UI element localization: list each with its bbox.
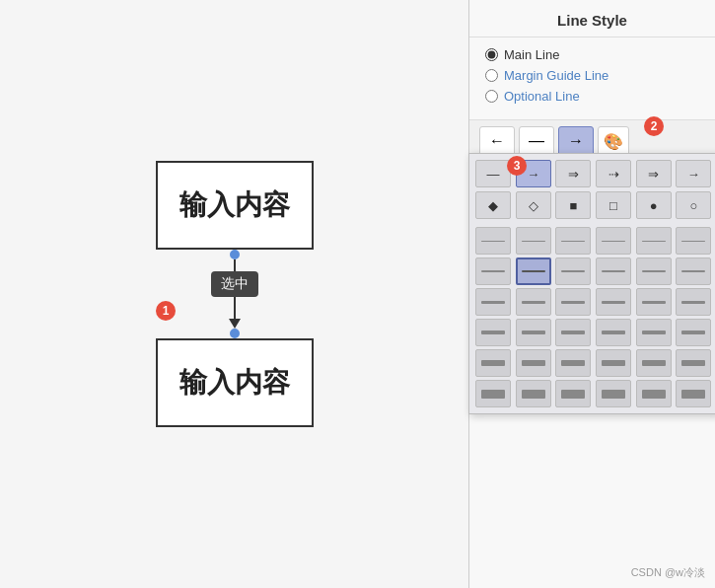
- thick-cell[interactable]: [596, 288, 631, 316]
- thick-cell[interactable]: [676, 349, 711, 377]
- thick-cell[interactable]: [636, 349, 672, 377]
- arrow-double-right[interactable]: ⇒: [636, 160, 672, 187]
- thick-cell[interactable]: [475, 257, 511, 285]
- arrow-circle-fill[interactable]: ●: [636, 191, 672, 219]
- arrow-open-right[interactable]: ⇒: [555, 160, 591, 187]
- thick-cell[interactable]: [555, 349, 591, 377]
- arrow-down-icon: [229, 319, 241, 329]
- thick-cell[interactable]: [475, 349, 511, 377]
- thick-cell[interactable]: [676, 288, 711, 316]
- thick-cell[interactable]: [636, 257, 672, 285]
- thick-cell[interactable]: [475, 227, 511, 255]
- bottom-box[interactable]: 输入内容: [156, 338, 314, 427]
- top-box-text: 输入内容: [179, 186, 290, 224]
- badge-2: 2: [644, 116, 664, 136]
- watermark: CSDN @w冷淡: [631, 565, 705, 580]
- arrow-dashed-right[interactable]: ⇢: [596, 160, 631, 187]
- arrow-style-grid-2: ◆ ◇ ■ □ ● ○: [475, 191, 713, 219]
- tooltip-text: 选中: [221, 275, 249, 293]
- thick-cell[interactable]: [555, 319, 591, 346]
- canvas-area: 输入内容 选中 输入内容 1: [0, 0, 468, 588]
- color-btn[interactable]: 🎨: [598, 126, 629, 156]
- thick-cell[interactable]: [636, 380, 672, 407]
- badge-3: 3: [507, 156, 527, 176]
- thick-cell[interactable]: [596, 257, 631, 285]
- arrow-square-fill[interactable]: ■: [555, 191, 591, 219]
- thick-cell[interactable]: [636, 227, 672, 255]
- arrow-left-btn[interactable]: ←: [479, 126, 515, 156]
- thick-cell[interactable]: [555, 380, 591, 407]
- thick-cell[interactable]: [516, 380, 551, 407]
- arrow-thin-right[interactable]: →: [676, 160, 711, 187]
- arrow-none[interactable]: —: [475, 160, 511, 187]
- thick-cell[interactable]: [516, 319, 551, 346]
- thick-cell[interactable]: [676, 380, 711, 407]
- thick-cell[interactable]: [516, 288, 551, 316]
- arrow-dash-btn[interactable]: —: [519, 126, 554, 156]
- top-dot: [230, 250, 240, 259]
- arrow-square-open[interactable]: □: [596, 191, 631, 219]
- radio-main-line[interactable]: Main Line: [485, 47, 699, 62]
- bottom-box-text: 输入内容: [179, 364, 290, 402]
- thick-cell[interactable]: [676, 257, 711, 285]
- arrow-diamond-open[interactable]: ◇: [516, 191, 551, 219]
- arrow-dropdown: 3 — → ⇒ ⇢ ⇒ → ◆ ◇ ■ □ ● ○: [468, 153, 715, 414]
- thick-cell[interactable]: [475, 319, 511, 346]
- thick-cell-selected[interactable]: [516, 257, 551, 285]
- arrow-right-btn[interactable]: →: [558, 126, 594, 156]
- thick-cell[interactable]: [596, 380, 631, 407]
- thick-cell[interactable]: [636, 319, 672, 346]
- arrow-diamond-fill[interactable]: ◆: [475, 191, 511, 219]
- thick-cell[interactable]: [596, 349, 631, 377]
- arrow-circle-open[interactable]: ○: [676, 191, 711, 219]
- diagram-container: 输入内容 选中 输入内容: [156, 161, 314, 427]
- thick-cell[interactable]: [596, 319, 631, 346]
- tooltip: 选中: [211, 271, 258, 297]
- bottom-dot: [230, 329, 240, 338]
- thick-cell[interactable]: [475, 380, 511, 407]
- panel-title: Line Style: [469, 0, 715, 37]
- thick-cell[interactable]: [475, 288, 511, 316]
- radio-margin-guide[interactable]: Margin Guide Line: [485, 68, 699, 83]
- thickness-grid: [475, 227, 713, 407]
- thick-cell[interactable]: [636, 288, 672, 316]
- thick-cell[interactable]: [516, 227, 551, 255]
- thick-cell[interactable]: [516, 349, 551, 377]
- badge-1: 1: [156, 301, 176, 321]
- radio-optional-line[interactable]: Optional Line: [485, 89, 699, 104]
- thick-cell[interactable]: [555, 257, 591, 285]
- thick-cell[interactable]: [596, 227, 631, 255]
- thick-cell[interactable]: [555, 227, 591, 255]
- thick-cell[interactable]: [676, 227, 711, 255]
- thick-cell[interactable]: [676, 319, 711, 346]
- top-box[interactable]: 输入内容: [156, 161, 314, 250]
- thick-cell[interactable]: [555, 288, 591, 316]
- radio-group: Main Line Margin Guide Line Optional Lin…: [469, 37, 715, 119]
